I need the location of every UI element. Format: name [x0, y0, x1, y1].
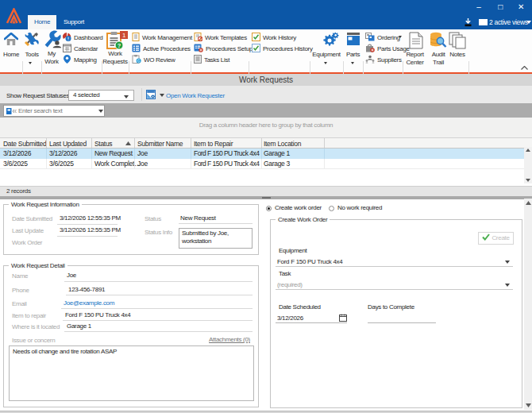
svg-text:?: ?	[118, 42, 121, 49]
